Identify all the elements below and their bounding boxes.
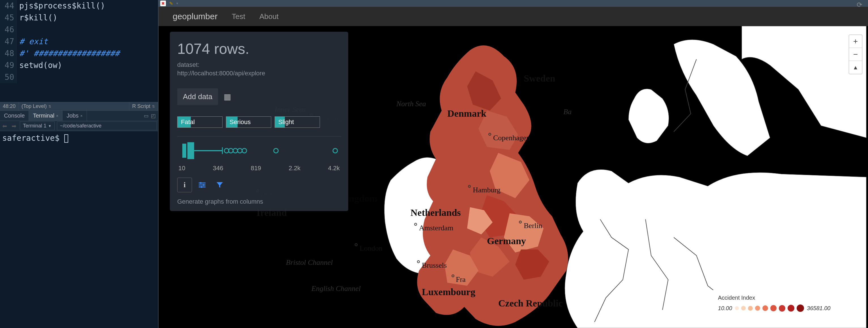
table-icon[interactable]: ▦ [224,92,231,101]
nav-test[interactable]: Test [231,12,245,21]
chevron-down-icon: ▼ [48,124,52,128]
city-dot [414,223,417,226]
legend-dot [741,306,746,310]
tick: 4.2k [328,165,340,172]
refresh-icon[interactable]: ⟳ [857,1,862,9]
code-line[interactable]: 48#' ################## [0,48,158,59]
code-line[interactable]: 45r$kill() [0,12,158,24]
data-panel: 1074 rows. dataset: http://localhost:800… [170,32,348,211]
map[interactable]: 1074 rows. dataset: http://localhost:800… [159,26,868,328]
sliders-icon[interactable] [195,178,210,192]
zoom-out-button[interactable]: − [849,48,862,61]
code-line[interactable]: 49setwd(ow) [0,59,158,71]
nav-back-icon[interactable]: ⬅ [0,121,9,130]
info-button[interactable]: i [177,178,192,192]
row-count: 1074 rows. [177,40,341,57]
legend-dot [735,306,739,310]
maximize-icon[interactable]: ◰ [151,113,156,119]
code-line[interactable]: 46 [0,24,158,36]
code-line[interactable]: 47# exit [0,36,158,48]
tick: 819 [251,165,261,172]
severity-fatal[interactable]: Fatal [177,116,222,128]
svg-point-15 [203,184,205,186]
city-dot [355,243,358,246]
severity-slight[interactable]: Slight [275,116,320,128]
reset-bearing-button[interactable]: ▲ [849,61,862,74]
severity-filters: FatalSeriousSlight [177,116,341,128]
code-line[interactable]: 50 [0,71,158,83]
city-dot [468,185,471,188]
brush-icon[interactable]: ✎ [169,1,173,6]
svg-point-13 [200,182,202,184]
scope-dropdown[interactable]: (Top Level) ⇅ [19,102,129,111]
dropdown-icon: ⇅ [49,105,51,109]
svg-rect-2 [187,142,194,159]
boxplot[interactable] [177,136,341,162]
filetype-label: R Script [132,103,150,109]
tab-jobs[interactable]: Jobs× [63,111,87,121]
rstudio-pane: 44pjs$process$kill()45r$kill()4647# exit… [0,0,159,328]
console-tabs: ConsoleTerminal×Jobs× ▭ ◰ [0,111,158,121]
legend-dot [779,305,785,311]
svg-point-7 [233,148,238,153]
zoom-controls: + − ▲ [849,35,862,74]
city-dot [488,133,491,136]
svg-point-11 [333,148,337,153]
terminal-path-label: ~/code/saferactive [60,123,102,129]
legend-dot [748,306,753,311]
filetype-dropdown[interactable]: R Script ⇅ [129,102,158,111]
city-dot [417,260,420,263]
terminal-path[interactable]: ~/code/saferactive [57,121,157,130]
close-window-icon[interactable]: ✖ [160,1,166,6]
browser-pane: ✖ ✎ ▫ ⟳ geoplumber Test About [159,0,868,328]
tick: 2.2k [289,165,301,172]
svg-point-17 [201,186,203,188]
legend-dot [797,304,804,312]
legend: Accident Index 10.00 36581.00 [712,290,862,318]
brand[interactable]: geoplumber [173,11,217,21]
zoom-in-button[interactable]: + [849,35,862,48]
editor-status-bar: 48:20 (Top Level) ⇅ R Script ⇅ [0,102,158,111]
svg-rect-1 [182,144,186,158]
dropdown-icon: ⇅ [152,105,155,109]
terminal[interactable]: saferactive$ [0,131,158,328]
legend-title: Accident Index [718,295,857,301]
svg-point-9 [242,148,247,153]
legend-dots [735,304,804,312]
terminal-toolbar: ⬅ ➡ Terminal 1 ▼ ~/code/saferactive [0,121,158,131]
filter-icon[interactable] [212,178,227,192]
terminal-selector[interactable]: Terminal 1 ▼ [20,121,55,130]
legend-max: 36581.00 [807,305,830,311]
window-icon[interactable]: ▫ [176,1,178,6]
minimize-icon[interactable]: ▭ [144,113,149,119]
window-toolbar: ✖ ✎ ▫ [159,0,868,7]
hint-text: Generate graphs from columns [177,198,341,205]
city-dot [519,221,522,223]
tab-terminal[interactable]: Terminal× [29,111,63,121]
code-line[interactable]: 44pjs$process$kill() [0,0,158,12]
tab-console[interactable]: Console [0,111,29,121]
legend-min: 10.00 [718,305,732,311]
nav-about[interactable]: About [259,12,279,21]
tick: 10 [178,165,185,172]
app-navbar: geoplumber Test About [159,7,868,26]
legend-dot [763,305,768,311]
cursor [64,134,68,143]
scope-label: (Top Level) [22,103,47,109]
close-icon[interactable]: × [80,114,82,118]
terminal-prompt: saferactive$ [2,133,64,143]
legend-dot [770,305,777,311]
close-icon[interactable]: × [56,114,58,118]
svg-point-10 [274,148,278,153]
city-dot [452,274,454,277]
boxplot-axis: 103468192.2k4.2k [177,165,341,172]
add-data-button[interactable]: Add data [177,88,218,105]
cursor-position[interactable]: 48:20 [0,102,19,111]
svg-point-8 [238,148,242,153]
dataset-url: http://localhost:8000/api/explore [177,70,341,77]
tick: 346 [213,165,223,172]
severity-serious[interactable]: Serious [226,116,271,128]
nav-forward-icon[interactable]: ➡ [9,121,19,130]
code-editor[interactable]: 44pjs$process$kill()45r$kill()4647# exit… [0,0,158,102]
legend-dot [787,305,795,312]
